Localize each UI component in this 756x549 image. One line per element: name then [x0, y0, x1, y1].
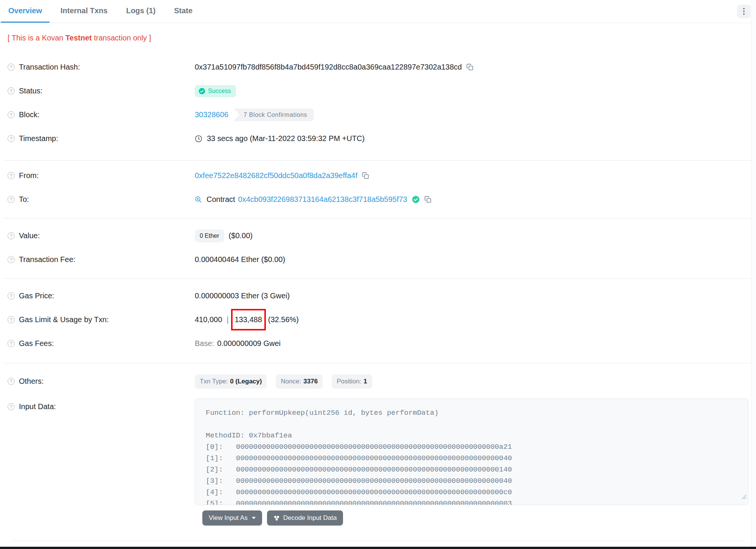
to-address-link[interactable]: 0x4cb093f226983713164a62138c3f718a5b595f… [238, 195, 407, 204]
row-block: ? Block: 30328606 7 Block Confirmations [8, 103, 748, 127]
row-value: ? Value: 0 Ether ($0.00) [8, 224, 748, 248]
row-label: From: [19, 171, 39, 180]
testnet-notice: [ This is a Kovan Testnet transaction on… [8, 34, 748, 42]
input-actions: View Input As Decode Input Data [202, 510, 748, 526]
gas-price-value: 0.000000003 Ether (3 Gwei) [195, 292, 290, 300]
row-label: Input Data: [19, 402, 56, 411]
resize-handle[interactable] [742, 492, 747, 503]
bottom-divider [11, 541, 745, 541]
decode-icon [273, 515, 280, 521]
row-gas-limit-usage: ? Gas Limit & Usage by Txn: 410,000 | 13… [8, 308, 748, 332]
input-data-row: [3]:000000000000000000000000000000000000… [206, 475, 742, 487]
tab-logs[interactable]: Logs (1) [118, 0, 163, 23]
decode-input-data-button[interactable]: Decode Input Data [267, 510, 343, 526]
input-blank-line [206, 419, 742, 430]
help-icon[interactable]: ? [8, 196, 15, 203]
copy-icon[interactable] [362, 172, 369, 179]
input-data-row: [2]:000000000000000000000000000000000000… [206, 464, 742, 475]
copy-icon[interactable] [424, 196, 432, 203]
view-input-as-button[interactable]: View Input As [202, 510, 262, 526]
help-icon[interactable]: ? [8, 403, 15, 410]
input-methodid-line: MethodID: 0x7bbaf1ea [206, 430, 742, 441]
help-icon[interactable]: ? [8, 172, 15, 179]
tab-state[interactable]: State [166, 0, 200, 23]
row-from: ? From: 0xfee7522e8482682cf50ddc50a0f8da… [8, 164, 748, 188]
tabs-spacer [203, 0, 737, 23]
help-icon[interactable]: ? [8, 135, 15, 142]
zoom-in-icon[interactable] [195, 196, 202, 203]
row-label: Status: [19, 87, 42, 95]
contract-word: Contract [206, 195, 235, 204]
ether-value-badge: 0 Ether [195, 230, 224, 242]
row-input-data: ? Input Data: Function: performUpkeep(ui… [8, 399, 748, 505]
row-label: Gas Fees: [19, 339, 54, 348]
other-attribute-badge: Position: 1 [332, 374, 372, 389]
tab-overview[interactable]: Overview [1, 0, 50, 23]
gas-used-wrap: 133,488 [233, 315, 264, 324]
section-gas: ? Gas Price: 0.000000003 Ether (3 Gwei) … [4, 279, 752, 363]
row-transaction-fee: ? Transaction Fee: 0.000400464 Ether ($0… [8, 248, 748, 271]
help-icon[interactable]: ? [8, 64, 15, 71]
more-options-button[interactable] [737, 5, 751, 18]
row-others: ? Others: Txn Type: 0 (Legacy) Nonce: 33… [8, 369, 748, 393]
clock-icon [195, 135, 202, 143]
usd-value: ($0.00) [229, 231, 253, 240]
row-label: Timestamp: [19, 134, 58, 143]
input-data-textarea[interactable]: Function: performUpkeep(uint256 id, byte… [195, 399, 748, 505]
row-label: Gas Limit & Usage by Txn: [19, 315, 109, 324]
row-transaction-hash: ? Transaction Hash: 0x371a51097fb78df856… [8, 55, 748, 79]
notice-bold: Testnet [65, 34, 92, 42]
row-timestamp: ? Timestamp: 33 secs ago (Mar-11-2022 03… [8, 127, 748, 150]
gas-limit-value: 410,000 [195, 315, 222, 324]
input-data-row: [4]:000000000000000000000000000000000000… [206, 487, 742, 498]
help-icon[interactable]: ? [8, 316, 15, 323]
transaction-hash-value: 0x371a51097fb78df856f8b4a7bd459f192d8cc8… [195, 63, 462, 71]
section-others-input: ? Others: Txn Type: 0 (Legacy) Nonce: 33… [4, 363, 752, 541]
row-label: Gas Price: [19, 292, 54, 300]
row-label: To: [19, 195, 29, 204]
row-gas-fees: ? Gas Fees: Base: 0.000000009 Gwei [8, 332, 748, 355]
row-label: Transaction Fee: [19, 255, 75, 264]
input-data-row: [5]:000000000000000000000000000000000000… [206, 498, 742, 505]
page-scrollbar[interactable] [751, 0, 756, 549]
help-icon[interactable]: ? [8, 232, 15, 239]
section-overview-top: ? Transaction Hash: 0x371a51097fb78df856… [4, 42, 752, 161]
kebab-icon [743, 8, 745, 9]
help-icon[interactable]: ? [8, 256, 15, 263]
row-gas-price: ? Gas Price: 0.000000003 Ether (3 Gwei) [8, 284, 748, 308]
from-address-link[interactable]: 0xfee7522e8482682cf50ddc50a0f8da2a39effa… [195, 171, 357, 180]
gas-used-value: 133,488 [235, 315, 262, 324]
copy-icon[interactable] [466, 64, 473, 71]
help-icon[interactable]: ? [8, 87, 15, 95]
others-badges: Txn Type: 0 (Legacy) Nonce: 3376 Positio… [195, 374, 748, 389]
bottom-dark-bar [0, 547, 756, 549]
row-status: ? Status: Success [8, 79, 748, 103]
help-icon[interactable]: ? [8, 340, 15, 347]
section-from-to: ? From: 0xfee7522e8482682cf50ddc50a0f8da… [4, 161, 752, 219]
row-label: Others: [19, 377, 44, 386]
other-attribute-badge: Nonce: 3376 [276, 374, 323, 389]
help-icon[interactable]: ? [8, 378, 15, 385]
chevron-down-icon [252, 517, 256, 519]
gas-separator: | [227, 315, 228, 324]
input-data-row: [1]:000000000000000000000000000000000000… [206, 453, 742, 464]
status-badge: Success [195, 85, 236, 97]
input-data-row: [0]:000000000000000000000000000000000000… [206, 441, 742, 453]
other-attribute-badge: Txn Type: 0 (Legacy) [195, 374, 267, 389]
gas-used-percent: (32.56%) [268, 315, 299, 324]
block-number-link[interactable]: 30328606 [195, 110, 228, 119]
section-value-fee: ? Value: 0 Ether ($0.00) ? Transaction F… [4, 219, 752, 279]
input-function-line: Function: performUpkeep(uint256 id, byte… [206, 407, 742, 419]
help-icon[interactable]: ? [8, 292, 15, 299]
base-fee-label: Base: [195, 339, 214, 348]
row-label: Value: [19, 231, 40, 240]
base-fee-value: 0.000000009 Gwei [217, 339, 281, 348]
transaction-fee-value: 0.000400464 Ether ($0.00) [195, 255, 285, 264]
check-circle-icon [199, 88, 205, 95]
row-to: ? To: Contract 0x4cb093f226983713164a621… [8, 188, 748, 211]
timestamp-value: 33 secs ago (Mar-11-2022 03:59:32 PM +UT… [207, 134, 365, 143]
help-icon[interactable]: ? [8, 111, 15, 118]
notice-suffix: transaction only ] [92, 34, 151, 42]
row-label: Block: [19, 110, 39, 119]
tab-internal-txns[interactable]: Internal Txns [53, 0, 115, 23]
